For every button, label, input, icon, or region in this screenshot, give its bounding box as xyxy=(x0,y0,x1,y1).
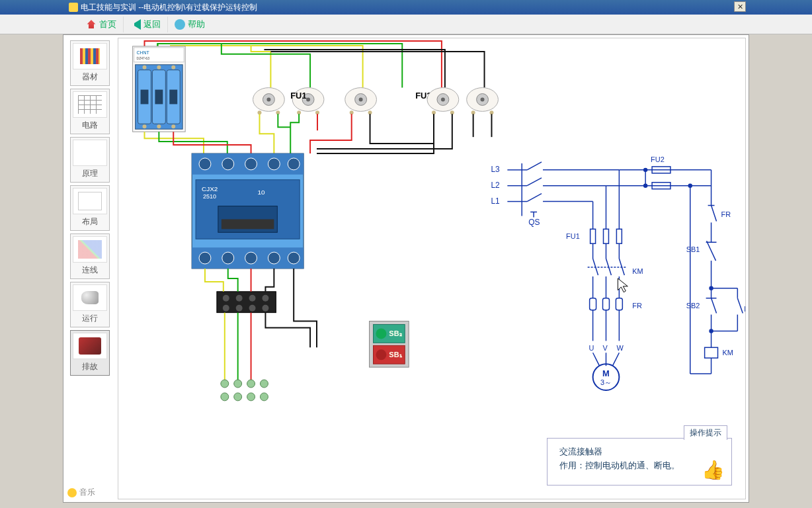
svg-text:QS: QS xyxy=(528,218,540,227)
svg-rect-121 xyxy=(590,298,596,310)
svg-line-133 xyxy=(612,353,619,366)
sidebar-item-principle[interactable]: 原理 xyxy=(70,137,110,183)
sidebar-label: 器材 xyxy=(72,70,108,84)
help-button[interactable]: 帮助 xyxy=(167,17,212,32)
svg-point-64 xyxy=(223,295,229,302)
svg-text:V: V xyxy=(603,344,608,352)
thermal-relay[interactable] xyxy=(217,292,276,313)
sidebar-label: 连线 xyxy=(72,263,108,277)
svg-point-13 xyxy=(171,65,175,69)
layout-icon xyxy=(73,188,107,214)
svg-text:FR: FR xyxy=(632,302,642,310)
close-button[interactable]: ✕ xyxy=(734,1,746,12)
svg-line-94 xyxy=(527,178,542,186)
svg-point-15 xyxy=(157,124,161,128)
svg-point-59 xyxy=(222,252,234,264)
svg-text:CHNT: CHNT xyxy=(137,50,150,55)
circuit-canvas[interactable]: CHNT DZ47-63 xyxy=(118,38,746,499)
svg-rect-10 xyxy=(169,90,177,105)
svg-line-158 xyxy=(711,298,717,314)
svg-point-68 xyxy=(223,305,229,312)
svg-point-12 xyxy=(157,65,161,69)
svg-text:FR: FR xyxy=(721,210,731,218)
svg-rect-8 xyxy=(141,90,149,105)
svg-text:L3: L3 xyxy=(491,165,500,174)
svg-point-67 xyxy=(262,295,268,302)
sidebar-item-equipment[interactable]: 器材 xyxy=(70,40,110,86)
svg-line-149 xyxy=(711,206,717,222)
svg-line-95 xyxy=(527,194,542,202)
svg-point-49 xyxy=(268,158,280,170)
music-label: 音乐 xyxy=(79,487,95,498)
svg-rect-9 xyxy=(155,90,163,105)
svg-text:FU1: FU1 xyxy=(566,232,580,240)
svg-point-79 xyxy=(260,393,268,401)
sidebar-item-run[interactable]: 运行 xyxy=(70,282,110,327)
svg-rect-108 xyxy=(616,229,622,243)
svg-rect-122 xyxy=(603,298,610,310)
home-icon xyxy=(86,19,97,30)
svg-point-16 xyxy=(171,124,175,128)
main-toolbar: 首页 返回 帮助 xyxy=(0,15,812,34)
sidebar-item-fault[interactable]: 排故 xyxy=(70,330,110,376)
music-toggle[interactable]: 音乐 xyxy=(67,487,95,498)
svg-point-58 xyxy=(199,252,211,264)
hint-tab[interactable]: 操作提示 xyxy=(684,425,727,440)
back-icon xyxy=(130,19,141,30)
sidebar-label: 原理 xyxy=(72,167,108,181)
help-icon xyxy=(175,19,185,30)
run-icon xyxy=(73,284,107,311)
svg-line-131 xyxy=(593,353,600,366)
svg-point-74 xyxy=(247,380,255,388)
fuse-fu2[interactable]: FU2 xyxy=(415,88,498,115)
svg-text:KM: KM xyxy=(632,267,643,275)
svg-point-11 xyxy=(143,65,147,69)
wiring-icon xyxy=(73,236,107,263)
svg-point-62 xyxy=(288,252,300,264)
svg-point-85 xyxy=(376,349,386,360)
svg-text:KM: KM xyxy=(722,349,733,357)
svg-text:10: 10 xyxy=(258,189,266,196)
svg-text:SB₂: SB₂ xyxy=(389,329,401,337)
svg-point-30 xyxy=(359,97,363,101)
svg-point-47 xyxy=(222,158,234,170)
sidebar-label: 布局 xyxy=(72,215,108,229)
sidebar-item-circuit[interactable]: 电路 xyxy=(70,89,110,134)
sidebar-item-layout[interactable]: 布局 xyxy=(70,185,110,231)
terminal-block[interactable] xyxy=(221,380,268,401)
svg-point-46 xyxy=(199,158,211,170)
music-icon xyxy=(67,488,77,497)
pushbutton-box[interactable]: SB₂ SB₁ xyxy=(370,321,409,368)
svg-text:SB₁: SB₁ xyxy=(389,351,402,359)
svg-text:2510: 2510 xyxy=(203,193,216,200)
principle-icon xyxy=(73,140,107,166)
svg-point-75 xyxy=(260,380,268,388)
window-title: 电工技能与实训 --电动机控制\有过载保护运转控制 xyxy=(81,2,257,13)
svg-text:KM: KM xyxy=(744,305,745,313)
thumbs-up-icon: 👍 xyxy=(702,459,725,481)
svg-point-71 xyxy=(262,305,268,312)
svg-point-72 xyxy=(221,380,229,388)
svg-line-165 xyxy=(737,298,743,314)
svg-point-36 xyxy=(441,97,445,101)
contactor[interactable]: CJX2 2510 10 xyxy=(192,153,304,269)
svg-point-48 xyxy=(245,158,257,170)
svg-point-14 xyxy=(143,124,147,128)
sidebar-label: 电路 xyxy=(72,118,108,132)
back-button[interactable]: 返回 xyxy=(123,17,167,32)
fuse-fu1[interactable]: FU1 xyxy=(253,88,377,115)
svg-point-41 xyxy=(481,97,485,101)
home-button[interactable]: 首页 xyxy=(79,17,123,32)
svg-rect-170 xyxy=(705,347,718,358)
svg-point-66 xyxy=(249,295,256,302)
app-icon xyxy=(69,3,78,12)
svg-text:FU1: FU1 xyxy=(290,91,306,101)
operation-hint-panel: 操作提示 交流接触器 作用：控制电动机的通、断电。 👍 xyxy=(547,438,732,486)
svg-point-76 xyxy=(221,393,229,401)
circuit-breaker[interactable]: CHNT DZ47-63 xyxy=(133,46,186,132)
home-label: 首页 xyxy=(99,19,116,30)
svg-text:FU2: FU2 xyxy=(651,155,665,163)
svg-point-82 xyxy=(376,328,386,339)
sidebar-item-wiring[interactable]: 连线 xyxy=(70,233,110,279)
svg-line-153 xyxy=(707,241,716,261)
